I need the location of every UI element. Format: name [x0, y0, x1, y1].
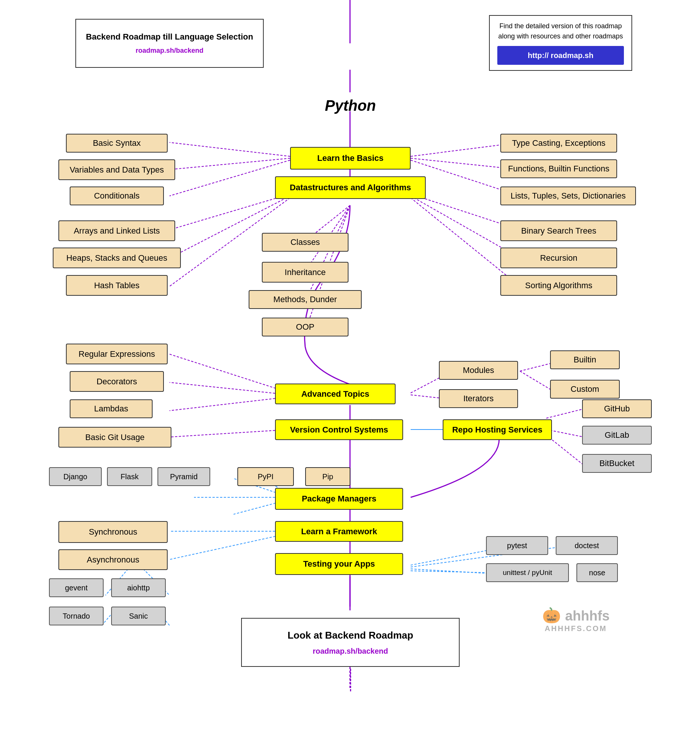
modules-node[interactable]: Modules: [439, 361, 518, 380]
pytest-node[interactable]: pytest: [486, 536, 548, 555]
advanced-topics-node[interactable]: Advanced Topics: [275, 384, 396, 404]
package-managers-node[interactable]: Package Managers: [275, 488, 403, 510]
pyramid-node[interactable]: Pyramid: [157, 467, 210, 486]
testing-node[interactable]: Testing your Apps: [275, 553, 403, 575]
custom-node[interactable]: Custom: [550, 380, 620, 399]
testing-options-top: pytest doctest: [486, 536, 618, 555]
svg-line-32: [546, 409, 584, 418]
learn-framework-node[interactable]: Learn a Framework: [275, 521, 403, 542]
framework-options: Django Flask Pyramid: [49, 467, 210, 486]
datastructures-node[interactable]: Datastructures and Algorithms: [275, 176, 426, 199]
basic-git-node[interactable]: Basic Git Usage: [58, 427, 171, 448]
look-backend-link[interactable]: roadmap.sh/backend: [313, 646, 388, 656]
svg-line-7: [170, 142, 290, 156]
gitlab-node[interactable]: GitLab: [582, 426, 652, 445]
type-casting-node[interactable]: Type Casting, Exceptions: [500, 134, 617, 153]
doctest-node[interactable]: doctest: [556, 536, 618, 555]
pypi-node[interactable]: PyPI: [237, 467, 294, 486]
oop-node[interactable]: OOP: [262, 318, 348, 336]
recursion-node[interactable]: Recursion: [500, 248, 617, 268]
svg-line-30: [170, 430, 290, 437]
gevent-node[interactable]: gevent: [49, 578, 104, 597]
main-link[interactable]: roadmap.sh/backend: [136, 46, 203, 55]
svg-line-23: [170, 354, 290, 393]
main-title: Backend Roadmap till Language Selection: [86, 31, 253, 43]
look-backend-title: Look at Backend Roadmap: [287, 628, 413, 642]
arrays-linked-node[interactable]: Arrays and Linked Lists: [58, 220, 175, 241]
look-backend-node[interactable]: Look at Backend Roadmap roadmap.sh/backe…: [241, 618, 460, 667]
svg-line-9: [170, 160, 290, 196]
url-button[interactable]: http:// roadmap.sh: [497, 46, 624, 65]
iterators-node[interactable]: Iterators: [439, 389, 518, 408]
flask-node[interactable]: Flask: [107, 467, 152, 486]
bottom-line: [350, 669, 351, 691]
synchronous-node[interactable]: Synchronous: [58, 521, 168, 543]
heaps-stacks-node[interactable]: Heaps, Stacks and Queues: [53, 248, 181, 268]
main-header: Backend Roadmap till Language Selection …: [75, 19, 264, 68]
info-box: Find the detailed version of this roadma…: [489, 15, 632, 71]
nose-node[interactable]: nose: [576, 563, 618, 582]
svg-line-18: [411, 198, 520, 286]
github-node[interactable]: GitHub: [582, 399, 652, 418]
lambdas-node[interactable]: Lambdas: [70, 399, 153, 418]
pypi-pip: PyPI Pip: [237, 467, 350, 486]
builtin-node[interactable]: Builtin: [550, 350, 620, 369]
svg-line-24: [170, 382, 290, 395]
binary-search-node[interactable]: Binary Search Trees: [500, 220, 617, 241]
svg-line-33: [546, 430, 584, 437]
roadmap-container: Backend Roadmap till Language Selection …: [0, 0, 700, 749]
functions-node[interactable]: Functions, Builtin Functions: [500, 159, 617, 178]
conditionals-node[interactable]: Conditionals: [70, 186, 164, 205]
async-options-1: gevent aiohttp: [49, 578, 166, 597]
repo-hosting-node[interactable]: Repo Hosting Services: [443, 419, 552, 440]
sorting-node[interactable]: Sorting Algorithms: [500, 275, 617, 296]
svg-line-21: [305, 205, 350, 301]
unittest-node[interactable]: unittest / pyUnit: [486, 563, 569, 582]
svg-line-34: [546, 435, 584, 465]
async-options-2: Tornado Sanic: [49, 607, 166, 625]
decorators-node[interactable]: Decorators: [70, 371, 164, 392]
django-node[interactable]: Django: [49, 467, 102, 486]
variables-data-node[interactable]: Variables and Data Types: [58, 159, 175, 180]
testing-options-bot: unittest / pyUnit nose: [486, 563, 618, 582]
hash-tables-node[interactable]: Hash Tables: [66, 275, 168, 296]
tornado-node[interactable]: Tornado: [49, 607, 104, 625]
version-control-node[interactable]: Version Control Systems: [275, 419, 403, 440]
svg-line-40: [170, 533, 290, 559]
lists-tuples-node[interactable]: Lists, Tuples, Sets, Dictionaries: [500, 186, 636, 205]
pip-node[interactable]: Pip: [305, 467, 350, 486]
learn-basics-node[interactable]: Learn the Basics: [290, 147, 411, 170]
python-label: Python: [309, 94, 392, 117]
aiohttp-node[interactable]: aiohttp: [111, 578, 166, 597]
regular-expr-node[interactable]: Regular Expressions: [66, 344, 168, 364]
classes-node[interactable]: Classes: [262, 233, 348, 252]
svg-line-8: [170, 158, 290, 170]
basic-syntax-node[interactable]: Basic Syntax: [66, 134, 168, 153]
sanic-node[interactable]: Sanic: [111, 607, 166, 625]
svg-line-25: [170, 397, 290, 411]
inheritance-node[interactable]: Inheritance: [262, 262, 348, 283]
asynchronous-node[interactable]: Asynchronous: [58, 549, 168, 570]
svg-line-13: [170, 194, 290, 230]
info-text: Find the detailed version of this roadma…: [497, 21, 624, 41]
bitbucket-node[interactable]: BitBucket: [582, 454, 652, 473]
methods-dunder-node[interactable]: Methods, Dunder: [249, 290, 362, 309]
